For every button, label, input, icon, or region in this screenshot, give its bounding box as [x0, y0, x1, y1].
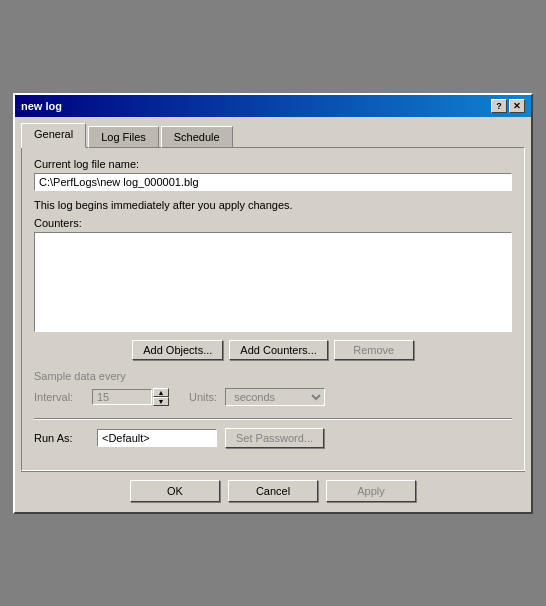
- sample-label: Sample data every: [34, 370, 512, 382]
- title-bar-buttons: ? ✕: [491, 99, 525, 113]
- title-bar: new log ? ✕: [15, 95, 531, 117]
- interval-label: Interval:: [34, 391, 84, 403]
- bottom-buttons: OK Cancel Apply: [21, 471, 525, 506]
- units-label: Units:: [189, 391, 217, 403]
- remove-button[interactable]: Remove: [334, 340, 414, 360]
- add-objects-button[interactable]: Add Objects...: [132, 340, 223, 360]
- interval-spinner: ▲ ▼: [92, 388, 169, 406]
- tab-bar: General Log Files Schedule: [21, 123, 525, 148]
- tab-log-files[interactable]: Log Files: [88, 126, 159, 148]
- add-counters-button[interactable]: Add Counters...: [229, 340, 327, 360]
- runas-label: Run As:: [34, 432, 89, 444]
- counters-box: [34, 232, 512, 332]
- runas-input[interactable]: [97, 429, 217, 447]
- tab-content-general: Current log file name: This log begins i…: [21, 147, 525, 471]
- interval-input[interactable]: [92, 389, 152, 405]
- tab-general[interactable]: General: [21, 123, 86, 148]
- spinner-down-button[interactable]: ▼: [153, 397, 169, 406]
- apply-button[interactable]: Apply: [326, 480, 416, 502]
- main-window: new log ? ✕ General Log Files Schedule C…: [13, 93, 533, 514]
- window-content: General Log Files Schedule Current log f…: [15, 117, 531, 512]
- counter-buttons-row: Add Objects... Add Counters... Remove: [34, 340, 512, 360]
- close-button[interactable]: ✕: [509, 99, 525, 113]
- divider: [34, 418, 512, 420]
- info-text: This log begins immediately after you ap…: [34, 199, 512, 211]
- ok-button[interactable]: OK: [130, 480, 220, 502]
- sample-row: Interval: ▲ ▼ Units: seconds minutes hou…: [34, 388, 512, 406]
- spinner-controls: ▲ ▼: [153, 388, 169, 406]
- runas-row: Run As: Set Password...: [34, 428, 512, 448]
- units-select[interactable]: seconds minutes hours days: [225, 388, 325, 406]
- spinner-up-button[interactable]: ▲: [153, 388, 169, 397]
- log-file-label: Current log file name:: [34, 158, 512, 170]
- help-button[interactable]: ?: [491, 99, 507, 113]
- window-title: new log: [21, 100, 62, 112]
- log-file-input[interactable]: [34, 173, 512, 191]
- cancel-button[interactable]: Cancel: [228, 480, 318, 502]
- log-file-group: Current log file name:: [34, 158, 512, 191]
- tab-schedule[interactable]: Schedule: [161, 126, 233, 148]
- set-password-button[interactable]: Set Password...: [225, 428, 324, 448]
- counters-label: Counters:: [34, 217, 512, 229]
- sample-section: Sample data every Interval: ▲ ▼ Units: s…: [34, 370, 512, 406]
